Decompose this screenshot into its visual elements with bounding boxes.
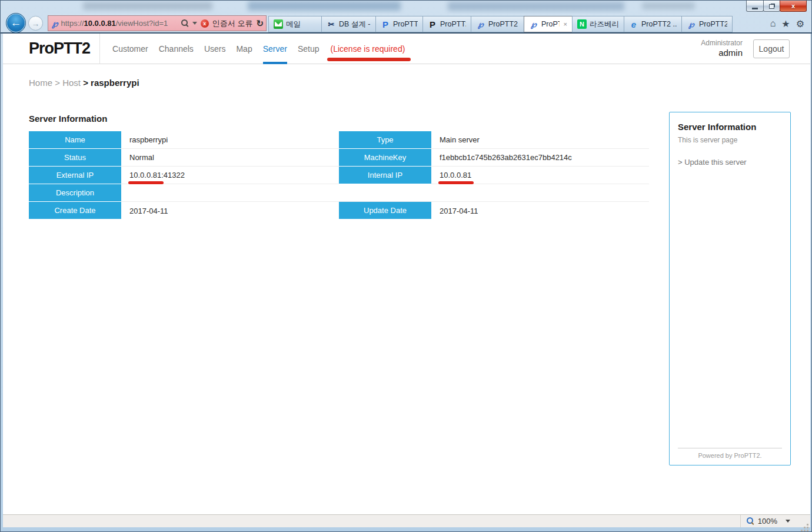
update-server-link[interactable]: > Update this server [678,158,782,167]
breadcrumb-current: > raspberrypi [83,78,139,88]
side-panel-subtitle: This is server page [678,136,782,144]
license-warning: (License is required) [328,44,408,54]
scissors-icon: ✂ [327,19,336,29]
proptt2-favicon-icon: ℘ [52,18,58,29]
internal-ip-annotated: 10.0.0.81 [440,171,471,179]
field-label: Status [29,149,121,167]
red-underline-annotation [327,58,411,61]
tools-gear-icon[interactable]: ⚙ [796,18,804,29]
close-tab-icon[interactable]: × [564,21,567,28]
mail-icon [274,19,283,29]
field-label: Type [339,131,431,149]
field-value: Normal [121,149,339,167]
tab-proptt2-4[interactable]: e ProPTT2 ... [624,16,681,32]
status-bar: 100% [3,514,810,527]
minimize-button[interactable] [746,1,764,12]
p-black-icon: P [428,19,437,29]
naver-icon: N [577,19,587,29]
field-label: Name [29,131,121,149]
window-controls: x [747,1,807,12]
favorites-star-icon[interactable]: ★ [781,18,790,29]
nav-users[interactable]: Users [199,34,231,64]
field-value: Main server [431,131,649,149]
certificate-error-label[interactable]: 인증서 오류 [212,18,253,29]
restore-button[interactable] [763,1,780,12]
close-icon: x [791,2,795,9]
field-value [121,184,649,202]
breadcrumb-host[interactable]: Host [62,78,81,88]
tab-proptt2-2[interactable]: P ProPTT2 ... [422,16,471,32]
minimize-icon [752,8,758,9]
home-icon[interactable]: ⌂ [770,18,776,29]
certificate-error-icon: x [201,19,209,28]
tab-raspberry[interactable]: N 라즈베리... [572,16,624,32]
field-label: Update Date [339,202,431,220]
nav-customer[interactable]: Customer [107,34,154,64]
nav-map[interactable]: Map [231,34,257,64]
tab-proptt2-3[interactable]: ℘ ProPTT2 ... [471,16,524,32]
field-label: Internal IP [339,167,431,184]
logout-button[interactable]: Logout [753,39,790,58]
tab-db-design[interactable]: ✂ DB 설계 -... [321,16,375,32]
field-label: MachineKey [339,149,431,167]
back-button[interactable]: ← [6,13,26,33]
p-blue-icon: P [381,19,390,29]
proptt2-logo[interactable]: ProPTT2 [3,39,90,58]
search-dropdown-icon[interactable] [192,22,197,25]
field-value: 2017-04-11 [121,202,339,220]
close-button[interactable]: x [780,1,807,12]
server-info-table: Name raspberrypi Type Main server Status… [29,131,649,220]
resize-grip-icon[interactable] [801,519,809,527]
zoom-control[interactable]: 100% [740,515,795,527]
tab-proptt2-active[interactable]: ℘ ProPT... × [524,16,572,32]
field-label: Description [29,184,121,202]
nav-server[interactable]: Server [258,34,292,64]
breadcrumb-home[interactable]: Home [29,78,52,88]
side-panel-title: Server Information [678,122,782,132]
external-ip-annotated: 10.0.0.81 [129,171,161,179]
field-label: Create Date [29,202,121,220]
nav-channels[interactable]: Channels [154,34,199,64]
search-icon[interactable] [181,19,189,27]
forward-arrow-icon: → [32,19,40,28]
field-value: 10.0.0.81:41322 [121,167,339,184]
page-body: Home > Host > raspberrypi Server Informa… [3,64,810,515]
user-role: Administrator [701,39,743,48]
field-value: raspberrypi [121,131,339,149]
side-panel: Server Information This is server page >… [669,112,791,466]
table-row: Status Normal MachineKey f1ebbcb1c745b26… [29,149,649,167]
table-row: Description [29,184,649,202]
field-label: External IP [29,167,121,184]
zoom-magnifier-icon [747,517,754,525]
user-name: admin [701,48,743,59]
nav-setup[interactable]: Setup [292,34,325,64]
table-row: Create Date 2017-04-11 Update Date 2017-… [29,202,649,220]
field-value: 2017-04-11 [431,202,649,220]
forward-button[interactable]: → [28,16,43,31]
restore-icon [769,4,774,9]
breadcrumb: Home > Host > raspberrypi [3,64,810,88]
user-info: Administrator admin [701,39,743,59]
tab-proptt2-5[interactable]: ℘ ProPTT2 [681,16,733,32]
table-row: External IP 10.0.0.81:41322 Internal IP … [29,167,649,184]
back-arrow-icon: ← [11,16,22,29]
tab-mail[interactable]: 메일 [268,16,321,32]
url-text[interactable]: https://10.0.0.81/viewHost?id=1 [61,19,181,28]
main-nav: Customer Channels Users Map Server Setup… [107,34,407,64]
tab-proptt2-1[interactable]: P ProPTT2 -... [375,16,422,32]
table-row: Name raspberrypi Type Main server [29,131,649,149]
proptt2-icon: ℘ [476,19,485,29]
browser-chrome: ← → ℘ https://10.0.0.81/viewHost?id=1 x … [1,1,811,34]
site-header: ProPTT2 Customer Channels Users Map Serv… [3,34,810,64]
field-value: 10.0.0.81 [431,167,649,184]
proptt2-icon: ℘ [687,19,696,29]
refresh-icon[interactable]: ↻ [256,18,264,29]
address-bar[interactable]: ℘ https://10.0.0.81/viewHost?id=1 x 인증서 … [48,15,267,31]
web-page: ProPTT2 Customer Channels Users Map Serv… [3,34,810,516]
tab-strip: 메일 ✂ DB 설계 -... P ProPTT2 -... P ProPTT2… [268,16,733,32]
powered-by-footer: Powered by ProPTT2. [678,448,782,459]
divider [99,34,100,64]
zoom-dropdown-icon[interactable] [786,520,790,523]
field-value: f1ebbcb1c745b263ab2631ec7bb4214c [431,149,649,167]
ie-icon: e [629,19,638,29]
